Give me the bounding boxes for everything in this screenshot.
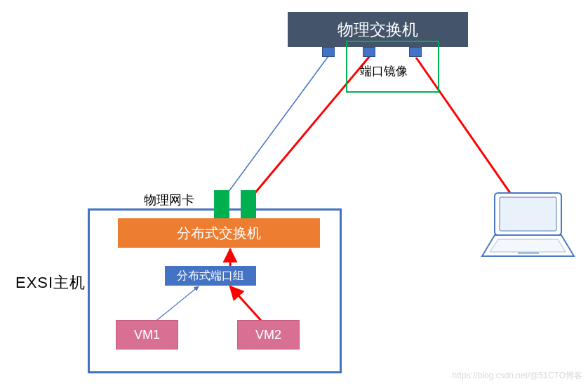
- laptop-icon: [482, 193, 574, 256]
- svg-rect-0: [500, 197, 556, 231]
- svg-rect-1: [518, 252, 539, 254]
- laptop-layer: [0, 0, 588, 386]
